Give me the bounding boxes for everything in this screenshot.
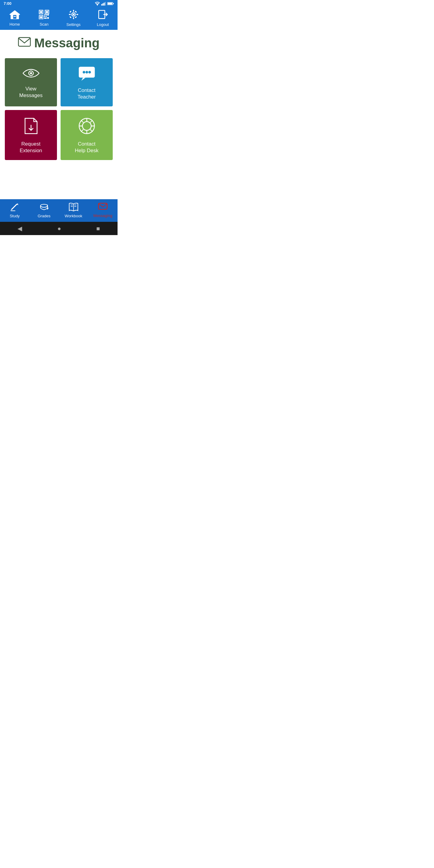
nav-label-settings: Settings	[66, 22, 81, 27]
top-nav-bar: Home Scan	[0, 7, 118, 30]
logout-icon	[97, 9, 108, 21]
svg-rect-2	[102, 3, 103, 5]
page-title: Messaging	[34, 36, 99, 50]
svg-line-53	[81, 120, 83, 123]
svg-rect-16	[46, 11, 48, 13]
request-extension-card[interactable]: RequestExtension	[5, 110, 57, 160]
status-bar: 7:00	[0, 0, 118, 7]
bottom-nav-workbook-label: Workbook	[65, 214, 82, 218]
nav-label-home: Home	[9, 22, 20, 27]
bottom-nav-study-label: Study	[10, 214, 20, 218]
scan-icon	[38, 10, 50, 21]
contact-teacher-label: ContactTeacher	[78, 87, 96, 100]
svg-rect-32	[69, 11, 71, 13]
svg-rect-12	[13, 16, 16, 17]
svg-rect-4	[105, 2, 106, 5]
home-icon	[9, 10, 20, 21]
system-nav-bar: ◀ ● ■	[0, 222, 118, 235]
contact-teacher-card[interactable]: ContactTeacher	[61, 58, 113, 106]
bottom-nav-workbook[interactable]: Workbook	[59, 202, 88, 218]
svg-point-43	[83, 71, 85, 73]
contact-help-desk-label: ContactHelp Desk	[75, 141, 98, 154]
svg-rect-14	[40, 11, 42, 13]
svg-rect-7	[113, 3, 114, 4]
svg-rect-30	[69, 14, 70, 15]
bottom-nav-grades-label: Grades	[38, 214, 51, 218]
nav-item-settings[interactable]: Settings	[59, 9, 88, 27]
svg-rect-23	[46, 16, 47, 17]
svg-rect-38	[19, 37, 31, 46]
svg-rect-29	[73, 17, 74, 19]
view-messages-card[interactable]: ViewMessages	[5, 58, 57, 106]
svg-rect-34	[75, 11, 77, 13]
svg-marker-58	[17, 203, 18, 205]
svg-rect-22	[44, 16, 45, 17]
bottom-nav: Study Grades Workbook	[0, 199, 118, 222]
study-icon	[10, 202, 19, 213]
svg-rect-31	[76, 14, 78, 15]
svg-point-44	[85, 71, 88, 73]
svg-rect-1	[101, 4, 102, 5]
svg-rect-19	[44, 14, 45, 16]
workbook-icon	[69, 202, 79, 213]
doc-arrow-icon	[23, 117, 39, 137]
status-icons	[95, 1, 114, 6]
svg-line-54	[90, 130, 93, 132]
home-button[interactable]: ●	[57, 225, 61, 232]
svg-point-48	[82, 122, 91, 130]
nav-item-home[interactable]: Home	[0, 10, 30, 27]
svg-point-40	[30, 72, 32, 74]
request-extension-label: RequestExtension	[20, 141, 42, 154]
bottom-nav-study[interactable]: Study	[0, 202, 30, 218]
content-spacer	[0, 163, 118, 199]
svg-rect-28	[73, 10, 74, 12]
bottom-nav-grades[interactable]: Grades	[30, 202, 59, 218]
messaging-icon	[98, 203, 107, 212]
eye-icon	[22, 67, 40, 82]
svg-line-57	[12, 204, 17, 210]
svg-marker-42	[82, 78, 86, 81]
svg-rect-3	[104, 2, 104, 5]
grades-icon	[39, 202, 49, 213]
svg-line-55	[90, 120, 93, 123]
svg-rect-6	[107, 3, 112, 4]
settings-icon	[68, 9, 79, 21]
card-grid: ViewMessages ContactTeacher RequestExten…	[0, 55, 118, 163]
svg-rect-25	[47, 17, 49, 19]
battery-icon	[107, 1, 114, 6]
svg-point-62	[41, 204, 48, 207]
svg-point-0	[97, 5, 98, 6]
svg-rect-21	[47, 14, 49, 16]
nav-label-logout: Logout	[97, 22, 109, 27]
signal-icon	[101, 1, 106, 6]
bottom-nav-messaging-label: Messaging	[93, 213, 113, 218]
svg-point-45	[88, 71, 91, 73]
page-title-area: Messaging	[0, 30, 118, 55]
view-messages-label: ViewMessages	[19, 86, 42, 99]
chat-icon	[78, 65, 96, 84]
svg-line-56	[81, 130, 83, 132]
svg-rect-35	[75, 16, 77, 19]
svg-rect-24	[44, 18, 47, 19]
svg-rect-18	[40, 16, 42, 19]
page-title-icon	[18, 36, 31, 50]
svg-rect-20	[46, 14, 47, 16]
back-button[interactable]: ◀	[18, 225, 22, 232]
svg-rect-69	[98, 203, 107, 209]
svg-rect-33	[69, 16, 71, 19]
contact-help-desk-card[interactable]: ContactHelp Desk	[61, 110, 113, 160]
time: 7:00	[4, 1, 11, 6]
wifi-icon	[95, 1, 100, 6]
nav-label-scan: Scan	[39, 22, 49, 27]
nav-item-scan[interactable]: Scan	[30, 10, 59, 27]
svg-marker-10	[10, 11, 20, 14]
bottom-nav-messaging[interactable]: Messaging	[88, 203, 118, 218]
lifebuoy-icon	[78, 117, 96, 137]
svg-point-27	[73, 13, 74, 16]
nav-item-logout[interactable]: Logout	[88, 9, 118, 27]
recent-button[interactable]: ■	[96, 225, 100, 232]
